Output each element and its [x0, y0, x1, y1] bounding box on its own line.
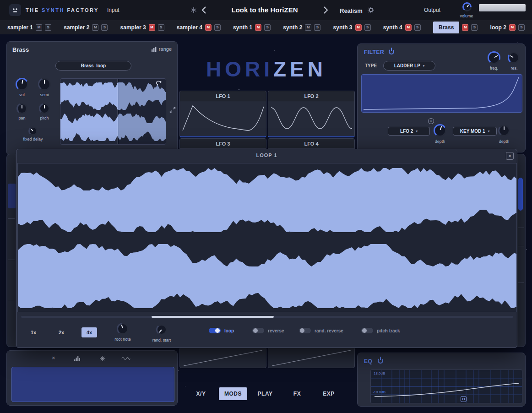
filter-mod2-depth-knob[interactable] [498, 125, 510, 136]
filter-freq-knob[interactable] [488, 51, 500, 64]
randomize-icon[interactable] [190, 7, 197, 13]
mute-button[interactable]: M [355, 24, 362, 31]
sample-waveform-display[interactable] [60, 78, 166, 145]
channel-tab-sampler-2[interactable]: sampler 2 M S [64, 24, 108, 31]
tab-label[interactable]: synth 3 [333, 24, 353, 31]
solo-button[interactable]: S [264, 24, 271, 31]
rand-reverse-toggle[interactable]: rand. reverse [299, 328, 343, 333]
previous-preset-button[interactable] [201, 6, 207, 14]
channel-tab-synth-1[interactable]: synth 1 M S [233, 24, 271, 31]
tab-label[interactable]: synth 2 [283, 24, 302, 31]
pan-knob[interactable] [16, 103, 27, 114]
expand-waveform-icon[interactable] [169, 107, 176, 113]
mute-button[interactable]: M [305, 24, 311, 31]
solo-button[interactable]: S [414, 24, 421, 31]
speed-2x-button[interactable]: 2x [54, 327, 69, 337]
channel-tab-sampler-3[interactable]: sampler 3 M S [120, 24, 164, 31]
ramp-display-left[interactable] [179, 347, 266, 368]
tab-label[interactable]: sampler 1 [7, 24, 33, 31]
channel-tab-sampler-4[interactable]: sampler 4 M S [177, 24, 221, 31]
toggle-switch[interactable] [361, 328, 373, 333]
range-control[interactable]: range [151, 46, 172, 52]
toggle-switch[interactable] [252, 328, 264, 333]
clear-icon[interactable]: × [52, 354, 55, 361]
solo-button[interactable]: S [158, 24, 164, 31]
semi-knob[interactable] [38, 78, 51, 91]
toggle-switch[interactable] [299, 328, 311, 333]
channel-tab-loop-2[interactable]: loop 2 M S [490, 24, 525, 31]
next-preset-button[interactable] [323, 6, 329, 14]
pitch-track-toggle[interactable]: pitch track [361, 328, 400, 333]
mute-button[interactable]: M [509, 24, 516, 31]
mute-button[interactable]: M [36, 24, 42, 31]
loop-toggle[interactable]: loop [209, 328, 234, 333]
mod-xy-display[interactable] [11, 367, 174, 402]
mute-button[interactable]: M [149, 24, 155, 31]
filter-mod2-dropdown[interactable]: KEY MOD 1 ▾ [453, 127, 497, 136]
mute-button[interactable]: M [92, 24, 98, 31]
filter-res-knob[interactable] [508, 52, 520, 64]
filter-type-dropdown[interactable]: LADDER LP ▾ [383, 61, 435, 71]
solo-button[interactable]: S [101, 24, 108, 31]
loop-mode-icon[interactable] [156, 81, 163, 86]
preset-name[interactable]: Look to the HoriZEN [215, 6, 314, 14]
speed-4x-button[interactable]: 4x [81, 327, 97, 337]
channel-tab-synth-2[interactable]: synth 2 M S [283, 24, 320, 31]
mute-button[interactable]: M [205, 24, 212, 31]
tab-label[interactable]: loop 2 [490, 24, 506, 31]
close-icon[interactable]: × [506, 152, 514, 160]
settings-gear-icon[interactable] [367, 6, 375, 14]
eq-power-icon[interactable] [378, 358, 383, 364]
solo-button[interactable]: S [364, 24, 371, 31]
waveform-squiggle-icon[interactable] [121, 356, 130, 361]
solo-button[interactable]: S [314, 24, 320, 31]
tab-exp[interactable]: EXP [315, 387, 343, 400]
solo-button[interactable]: S [45, 24, 51, 31]
pitch-knob[interactable] [39, 103, 50, 114]
eq-expand-button[interactable] [461, 396, 467, 402]
root-note-knob[interactable] [117, 323, 129, 335]
filter-response-display[interactable] [361, 74, 522, 113]
lfo1-panel[interactable]: LFO 1 [179, 91, 266, 137]
histogram-icon[interactable] [74, 355, 81, 361]
filter-power-icon[interactable] [389, 49, 394, 54]
tab-label[interactable]: synth 1 [233, 24, 252, 31]
tab-label[interactable]: synth 4 [383, 24, 402, 31]
tab-play[interactable]: PLAY [251, 387, 279, 400]
rand-start-knob[interactable] [156, 324, 167, 335]
eq-display[interactable]: 18.0dB -18.0dB [370, 370, 522, 403]
loop-waveform-display[interactable] [17, 163, 517, 312]
solo-button[interactable]: S [214, 24, 221, 31]
tab-label[interactable]: sampler 2 [64, 24, 89, 31]
ramp-display-right[interactable] [268, 347, 355, 368]
channel-tab-brass-selected[interactable]: Brass M S [433, 22, 478, 33]
mute-button[interactable]: M [462, 24, 468, 31]
sample-name-button[interactable]: Brass_loop [55, 61, 131, 71]
mute-button[interactable]: M [405, 24, 412, 31]
tab-fx[interactable]: FX [283, 387, 311, 400]
tab-label[interactable]: sampler 3 [120, 24, 146, 31]
preset-mode-label[interactable]: Realism [340, 7, 363, 14]
channel-tab-synth-4[interactable]: synth 4 M S [383, 24, 421, 31]
channel-tab-sampler-1[interactable]: sampler 1 M S [7, 24, 51, 31]
scatter-icon[interactable] [99, 355, 106, 362]
vol-knob[interactable] [16, 78, 28, 91]
output-label[interactable]: Output [424, 7, 440, 13]
input-label[interactable]: Input [107, 7, 119, 13]
filter-mod1-depth-knob[interactable] [434, 124, 446, 137]
filter-mod1-dropdown[interactable]: LFO 2 ▾ [388, 127, 430, 136]
master-volume-knob[interactable] [462, 2, 472, 11]
tab-xy[interactable]: X/Y [187, 387, 215, 400]
channel-tab-synth-3[interactable]: synth 3 M S [333, 24, 371, 31]
right-scroll-indicator[interactable] [518, 178, 523, 211]
reverse-toggle[interactable]: reverse [252, 328, 284, 333]
tab-label-selected[interactable]: Brass [433, 22, 459, 33]
mute-button[interactable]: M [255, 24, 261, 31]
fixed-delay-knob[interactable] [28, 126, 38, 136]
waveform-scrollbar-thumb[interactable] [152, 316, 274, 318]
tab-mods[interactable]: MODS [219, 387, 247, 400]
speed-1x-button[interactable]: 1x [26, 327, 41, 337]
solo-button[interactable]: S [471, 24, 478, 31]
lfo2-panel[interactable]: LFO 2 [268, 91, 355, 137]
toggle-switch[interactable] [209, 328, 221, 333]
